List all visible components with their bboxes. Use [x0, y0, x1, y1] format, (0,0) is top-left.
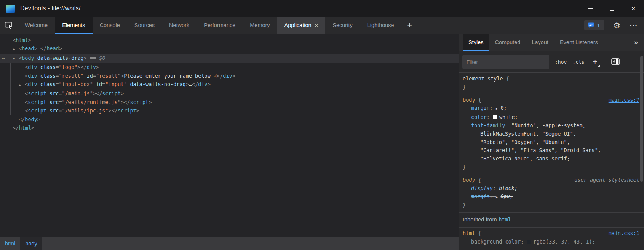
expand-twisty-icon[interactable]: ▶ [19, 81, 25, 89]
more-tabs-icon[interactable]: » [634, 38, 638, 46]
issues-counter-button[interactable]: 1 [584, 20, 604, 30]
dom-token: script [118, 107, 136, 114]
color-swatch[interactable] [527, 240, 531, 244]
tab-welcome[interactable]: Welcome [18, 17, 55, 34]
window-title: DevTools - file://wails/ [20, 5, 81, 12]
minimize-button[interactable] [580, 0, 601, 17]
tab-label: Welcome [25, 22, 48, 28]
sidebar-tab-styles[interactable]: Styles [463, 34, 489, 51]
dom-token: > [186, 81, 189, 87]
tab-performance[interactable]: Performance [197, 17, 243, 34]
new-style-rule-button[interactable]: + [590, 58, 600, 66]
css-rule-header[interactable]: element.style { [463, 75, 639, 83]
sidebar-tab-label: Event Listeners [560, 39, 598, 45]
tab-network[interactable]: Network [162, 17, 197, 34]
css-rule: element.style {} [459, 73, 644, 94]
sidebar-tab-label: Computed [495, 39, 521, 45]
tab-memory[interactable]: Memory [243, 17, 277, 34]
dom-token: Please enter your name below [124, 73, 214, 79]
issues-count: 1 [597, 22, 600, 29]
tab-application[interactable]: Application× [277, 17, 326, 34]
css-property[interactable]: margin: ▶8px; [463, 192, 639, 202]
open-brace: { [475, 177, 481, 183]
node-overflow-dots-icon[interactable]: ⋯ [2, 54, 5, 62]
expand-shorthand-icon[interactable]: ▶ [496, 195, 498, 199]
more-options-button[interactable]: ⋯ [630, 21, 638, 29]
sidebar-tab-event-listeners[interactable]: Event Listeners [554, 34, 604, 51]
dom-token: script [28, 90, 46, 96]
dom-token: script [130, 99, 149, 105]
sidebar-tab-label: Layout [532, 39, 548, 45]
collapse-twisty-icon[interactable]: ▼ [13, 54, 19, 63]
sidebar-tab-computed[interactable]: Computed [489, 34, 526, 51]
css-property[interactable]: font-family: "Nunito", -apple-system, [463, 122, 639, 130]
dom-token: div [28, 81, 37, 87]
inherited-node-link[interactable]: html [499, 216, 511, 223]
css-rule-header[interactable]: html {main.css:1 [463, 229, 639, 238]
css-property[interactable]: color: white; [463, 113, 639, 122]
dom-tree-node[interactable]: <script src="/main.js"></script> [0, 89, 459, 98]
color-swatch[interactable] [493, 115, 497, 119]
toggle-element-classes-button[interactable]: .cls [572, 59, 584, 65]
property-colon: : [493, 185, 499, 191]
property-value: "Roboto", "Oxygen", "Ubuntu", [480, 139, 570, 145]
dom-tree-node[interactable]: <div class="logo"></div> [0, 63, 459, 71]
dom-token: > [34, 45, 37, 51]
expand-shorthand-icon[interactable]: ▶ [496, 107, 498, 111]
stylesheet-link[interactable]: main.css:1 [609, 229, 639, 238]
close-tab-icon[interactable]: × [315, 22, 318, 28]
tab-elements[interactable]: Elements [55, 17, 92, 34]
tab-label: Security [332, 22, 352, 28]
css-property[interactable]: display: block; [463, 184, 639, 193]
dom-tree-node[interactable]: <html> [0, 36, 459, 44]
dom-token: src [46, 99, 59, 105]
styles-scrollbar[interactable] [640, 56, 643, 182]
dom-token: </ [19, 116, 25, 122]
sidebar-tab-layout[interactable]: Layout [526, 34, 554, 51]
tab-console[interactable]: Console [93, 17, 127, 34]
rule-selector[interactable]: body [463, 97, 475, 103]
add-panel-button[interactable]: + [401, 17, 418, 34]
dom-tree-node[interactable]: ▶<div class="input-box" id="input" data-… [0, 80, 459, 89]
toggle-pseudo-state-button[interactable]: :hov [555, 59, 567, 65]
css-property[interactable]: background-color: rgba(33, 37, 43, 1); [463, 238, 639, 246]
stylesheet-link[interactable]: main.css:7 [609, 96, 639, 104]
rule-selector[interactable]: html [463, 230, 475, 236]
dom-token: </ [13, 125, 19, 131]
css-rule: body {user agent stylesheetdisplay: bloc… [459, 174, 644, 213]
tab-security[interactable]: Security [325, 17, 360, 34]
tab-lighthouse[interactable]: Lighthouse [360, 17, 401, 34]
css-rule-header[interactable]: body {main.css:7 [463, 96, 639, 104]
dom-token: html [19, 125, 31, 131]
breadcrumb-item-html[interactable]: html [0, 237, 20, 250]
settings-button[interactable]: ⚙ [613, 21, 620, 29]
dom-tree-node[interactable]: <script src="/wails/ipc.js"></script> [0, 106, 459, 115]
dom-token: < [13, 37, 16, 43]
css-rule-header[interactable]: body {user agent stylesheet [463, 176, 639, 184]
maximize-button[interactable] [601, 0, 623, 17]
tab-label: Lighthouse [367, 22, 394, 28]
styles-filter-input[interactable] [462, 55, 549, 69]
dom-token: script [102, 90, 121, 96]
sidebar-tab-label: Styles [468, 39, 484, 45]
dom-token: div [223, 73, 232, 79]
dom-tree-node[interactable]: <script src="/wails/runtime.js"></script… [0, 98, 459, 106]
breadcrumb-item-body[interactable]: body [20, 237, 42, 250]
inspect-element-button[interactable] [0, 17, 18, 34]
css-property[interactable]: margin: ▶0; [463, 104, 639, 113]
dom-tree-node[interactable]: </html> [0, 123, 459, 132]
dom-token: </ [96, 90, 102, 96]
dom-token: "/wails/ipc.js" [62, 107, 109, 114]
tab-sources[interactable]: Sources [127, 17, 162, 34]
dom-tree-node[interactable]: <div class="result" id="result">Please e… [0, 72, 459, 80]
close-button[interactable]: × [623, 0, 644, 17]
rule-selector[interactable]: body [463, 177, 475, 183]
dom-tree-node[interactable]: ⋯▼<body data-wails-drag> == $0 [0, 54, 459, 63]
rule-selector[interactable]: element.style [463, 75, 503, 82]
expand-twisty-icon[interactable]: ▶ [13, 45, 19, 53]
property-name: margin [471, 105, 490, 111]
dom-tree-node[interactable]: </body> [0, 115, 459, 123]
dom-tree-node[interactable]: ▶<head>…</head> [0, 44, 459, 53]
dom-token: id [93, 81, 102, 87]
toggle-sidebar-button[interactable] [611, 58, 620, 65]
